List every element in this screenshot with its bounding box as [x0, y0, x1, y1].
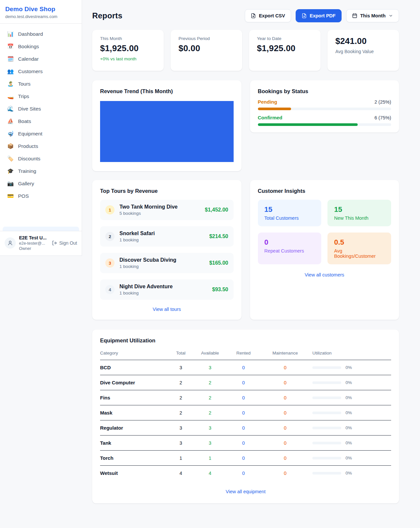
nav-item-label: POS: [18, 193, 29, 199]
stat-value: $241.00: [335, 36, 391, 46]
col-header-total: Total: [166, 351, 196, 355]
stat-card-this-month: This Month $1,925.00 +0% vs last month: [92, 30, 164, 71]
view-all-equipment-link[interactable]: View all equipment: [100, 489, 391, 494]
cell-rented: 0: [224, 410, 263, 416]
export-csv-button[interactable]: Export CSV: [245, 9, 291, 22]
cell-category: Regulator: [100, 425, 166, 431]
status-value: 2 (25%): [374, 99, 391, 105]
cell-category: Mask: [100, 410, 166, 416]
sidebar-nav-item[interactable]: 🎓 Training: [3, 165, 79, 177]
cell-available: 3: [196, 425, 224, 431]
cell-maintenance: 0: [263, 456, 307, 461]
insight-tile: 0 Repeat Customers: [258, 233, 322, 264]
table-row: Tank 3 3 0 0 0%: [100, 436, 391, 451]
tour-list-item[interactable]: 1 Two Tank Morning Dive 5 bookings $1,45…: [100, 200, 234, 220]
cell-total: 3: [166, 440, 196, 446]
sidebar-nav-item[interactable]: 🌊 Dive Sites: [3, 103, 79, 115]
cell-category: Torch: [100, 455, 166, 461]
sidebar-nav-item[interactable]: 📊 Dashboard: [3, 28, 79, 40]
cell-category: Tank: [100, 440, 166, 446]
tour-bookings-count: 1 booking: [119, 264, 176, 269]
sidebar-nav-item[interactable]: ⛵ Boats: [3, 115, 79, 128]
status-progress-fill: [258, 123, 358, 126]
revenue-trend-card: Revenue Trend (This Month): [92, 80, 242, 171]
sidebar-nav-item[interactable]: 🏷️ Discounts: [3, 152, 79, 165]
cell-maintenance: 0: [263, 395, 307, 400]
brand-block: Demo Dive Shop demo.test.divestreams.com: [0, 0, 82, 24]
utilization-percent: 0%: [346, 425, 352, 430]
sidebar-nav-item[interactable]: 🗓️ Calendar: [3, 53, 79, 65]
sidebar-nav-item[interactable]: 👥 Customers: [3, 65, 79, 78]
stat-value: $0.00: [178, 43, 234, 53]
customer-insights-title: Customer Insights: [258, 188, 391, 194]
sidebar-nav-item[interactable]: 📦 Products: [3, 140, 79, 152]
nav-item-label: Tours: [18, 81, 31, 87]
sidebar-nav-item[interactable]: 🤿 Equipment: [3, 128, 79, 140]
cell-available: 2: [196, 410, 224, 416]
tour-list-item[interactable]: 2 Snorkel Safari 1 booking $214.50: [100, 226, 234, 247]
nav-item-icon: 📷: [7, 181, 14, 186]
tour-revenue: $214.50: [209, 234, 228, 239]
table-row: BCD 3 3 0 0 0%: [100, 360, 391, 375]
calendar-icon: [352, 13, 357, 18]
tour-list-item[interactable]: 3 Discover Scuba Diving 1 booking $165.0…: [100, 253, 234, 273]
export-pdf-button[interactable]: Export PDF: [296, 9, 342, 22]
cell-category: Dive Computer: [100, 380, 166, 385]
sidebar-nav-item[interactable]: 🚤 Trips: [3, 90, 79, 103]
cell-total: 3: [166, 425, 196, 431]
stats-row: This Month $1,925.00 +0% vs last month P…: [92, 30, 399, 71]
tour-revenue: $165.00: [209, 260, 228, 266]
insights-row: Top Tours by Revenue 1 Two Tank Morning …: [92, 180, 399, 320]
sidebar-nav-item[interactable]: 🏝️ Tours: [3, 78, 79, 90]
nav-item-label: Equipment: [18, 131, 42, 137]
stat-value: $1,925.00: [257, 43, 313, 53]
top-tours-title: Top Tours by Revenue: [100, 188, 234, 194]
utilization-percent: 0%: [346, 471, 352, 476]
nav-item-icon: 🏝️: [7, 81, 14, 87]
main-content: Reports Export CSV Export PDF: [82, 0, 420, 503]
cell-maintenance: 0: [263, 440, 307, 446]
tour-list-item[interactable]: 4 Night Dive Adventure 1 booking $93.50: [100, 279, 234, 300]
cell-utilization: 0%: [307, 456, 391, 460]
nav-item-icon: 💳: [7, 193, 14, 199]
view-all-tours-link[interactable]: View all tours: [100, 307, 234, 312]
view-all-customers-link[interactable]: View all customers: [258, 272, 391, 277]
utilization-percent: 0%: [346, 365, 352, 370]
sidebar-nav-item[interactable]: 📷 Gallery: [3, 177, 79, 190]
active-nav-highlight-partial[interactable]: [3, 227, 79, 231]
app-root: Demo Dive Shop demo.test.divestreams.com…: [0, 0, 420, 503]
nav-item-label: Trips: [18, 93, 29, 99]
file-download-icon: [302, 13, 307, 18]
cell-total: 4: [166, 471, 196, 476]
status-progress-track: [258, 123, 391, 126]
cell-utilization: 0%: [307, 380, 391, 385]
person-icon: [7, 240, 13, 246]
insight-tile: 0.5 Avg Bookings/Customer: [327, 233, 391, 264]
sign-out-button[interactable]: Sign Out: [52, 240, 77, 246]
stat-change-note: +0% vs last month: [100, 56, 156, 61]
cell-category: Fins: [100, 395, 166, 400]
user-name: E2E Test U...: [19, 235, 47, 240]
revenue-trend-title: Revenue Trend (This Month): [100, 88, 234, 94]
period-dropdown[interactable]: This Month: [346, 9, 399, 22]
insight-label: New This Month: [334, 215, 385, 221]
cell-rented: 0: [224, 425, 263, 431]
nav-item-icon: 🏷️: [7, 156, 14, 161]
nav-item-icon: 👥: [7, 69, 14, 74]
equipment-utilization-card: Equipment Utilization Category Total Ava…: [92, 330, 399, 503]
cell-utilization: 0%: [307, 395, 391, 400]
utilization-percent: 0%: [346, 440, 352, 445]
insight-tile: 15 Total Customers: [258, 200, 322, 226]
nav-item-icon: 📅: [7, 44, 14, 49]
nav-item-label: Training: [18, 168, 36, 174]
cell-utilization: 0%: [307, 471, 391, 476]
sidebar-nav-item[interactable]: 💳 POS: [3, 190, 79, 202]
user-role: Owner: [19, 246, 47, 251]
utilization-percent: 0%: [346, 410, 352, 415]
table-body: BCD 3 3 0 0 0% Dive Co: [100, 360, 391, 480]
sidebar-nav-item[interactable]: 📅 Bookings: [3, 40, 79, 53]
cell-available: 2: [196, 395, 224, 400]
cell-rented: 0: [224, 395, 263, 400]
nav-item-icon: 📊: [7, 31, 14, 37]
tour-bookings-count: 1 booking: [119, 237, 155, 242]
